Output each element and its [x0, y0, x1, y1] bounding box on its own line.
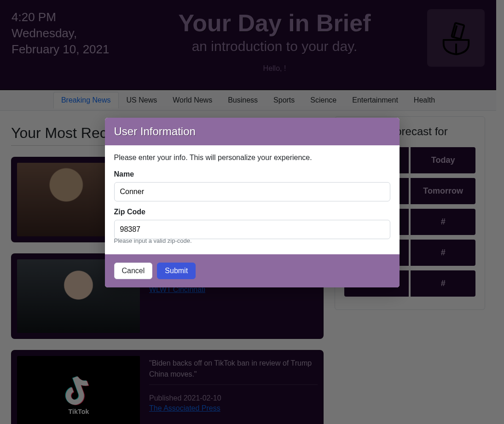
name-input[interactable] [114, 182, 390, 201]
modal-title: User Information [105, 118, 400, 145]
submit-button[interactable]: Submit [157, 263, 196, 279]
cancel-button[interactable]: Cancel [114, 263, 153, 279]
user-info-modal: User Information Please enter your info.… [105, 118, 400, 287]
modal-intro: Please enter your info. This will person… [114, 154, 390, 162]
zip-label: Zip Code [114, 208, 390, 216]
zip-input[interactable] [114, 220, 390, 239]
modal-overlay[interactable]: User Information Please enter your info.… [0, 0, 504, 424]
name-label: Name [114, 170, 390, 178]
